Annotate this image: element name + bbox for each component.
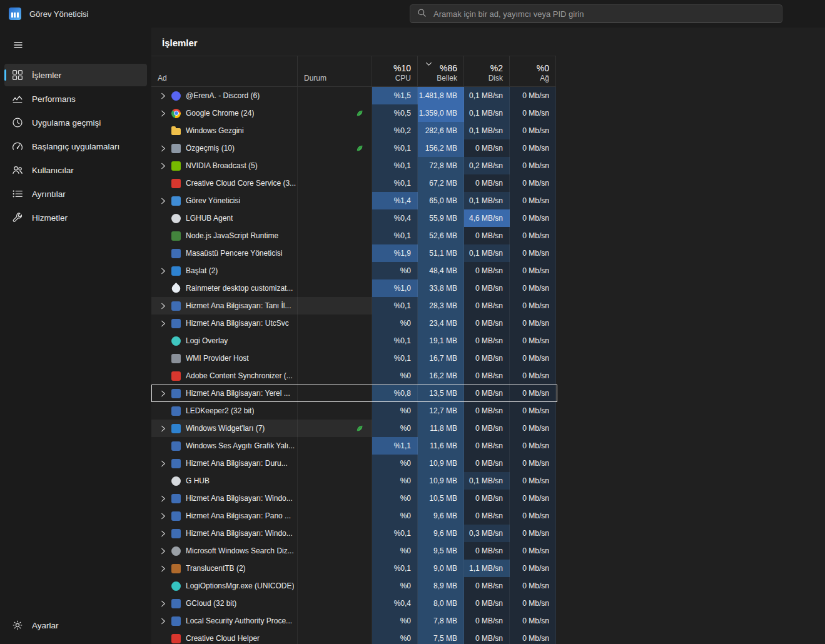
sidebar: İşlemler Performans Uygulama geçmişi Baş… xyxy=(0,28,151,644)
expand-chevron-icon[interactable] xyxy=(161,530,166,537)
sidebar-item-islemler[interactable]: İşlemler xyxy=(4,64,147,86)
sidebar-item-ayarlar[interactable]: Ayarlar xyxy=(4,614,147,636)
name-cell: Windows Widget'ları (7) xyxy=(151,420,298,437)
table-row[interactable]: Local Security Authority Proce... %0 7,8… xyxy=(151,612,825,630)
hamburger-menu-button[interactable] xyxy=(8,35,29,56)
table-row[interactable]: Windows Ses Aygıtı Grafik Yalı... %1,1 1… xyxy=(151,437,825,455)
memory-value: 11,6 MB xyxy=(418,437,464,455)
expand-chevron-icon[interactable] xyxy=(161,513,166,520)
expand-chevron-icon[interactable] xyxy=(161,145,166,152)
translucenttb-icon xyxy=(171,564,181,573)
sidebar-item-kullanicilar[interactable]: Kullanıcılar xyxy=(4,159,147,181)
expand-chevron-icon[interactable] xyxy=(161,390,166,397)
network-value: 0 Mb/sn xyxy=(510,420,556,437)
column-header-status[interactable]: Durum xyxy=(298,56,372,87)
table-row[interactable]: Adobe Content Synchronizer (... %0 16,2 … xyxy=(151,367,825,385)
expand-chevron-icon[interactable] xyxy=(161,565,166,572)
title-bar: Görev Yöneticisi xyxy=(0,0,825,28)
disk-value: 0 MB/sn xyxy=(464,139,510,157)
expand-chevron-icon[interactable] xyxy=(161,303,166,309)
eco-mode-leaf-icon xyxy=(355,144,364,153)
search-box[interactable] xyxy=(410,4,782,23)
sidebar-item-baslangic-uygulamalari[interactable]: Başlangıç uygulamaları xyxy=(4,135,147,158)
table-row[interactable]: GCloud (32 bit) %0,4 8,0 MB 0 MB/sn 0 Mb… xyxy=(151,595,825,612)
status-cell xyxy=(298,174,372,192)
table-row[interactable]: Windows Gezgini %0,2 282,6 MB 0,1 MB/sn … xyxy=(151,122,825,139)
creative-cloud-icon xyxy=(171,179,181,188)
table-row[interactable]: Hizmet Ana Bilgisayarı: Tanı İl... %0,1 … xyxy=(151,297,825,314)
sidebar-item-label: Kullanıcılar xyxy=(32,166,74,175)
disk-value: 0 MB/sn xyxy=(464,262,510,279)
table-row[interactable]: Rainmeter desktop customizat... %1,0 33,… xyxy=(151,279,825,297)
sidebar-item-performans[interactable]: Performans xyxy=(4,88,147,110)
expand-chevron-icon[interactable] xyxy=(161,320,166,327)
discord-icon xyxy=(171,91,181,101)
table-row[interactable]: Microsoft Windows Search Diz... %0 9,5 M… xyxy=(151,542,825,560)
network-value: 0 Mb/sn xyxy=(510,542,556,560)
table-row[interactable]: Hizmet Ana Bilgisayarı: Windo... %0,1 9,… xyxy=(151,525,825,542)
table-row[interactable]: LGHUB Agent %0,4 55,9 MB 4,6 MB/sn 0 Mb/… xyxy=(151,209,825,227)
table-row[interactable]: TranslucentTB (2) %0,1 9,0 MB 1,1 MB/sn … xyxy=(151,560,825,577)
table-row[interactable]: Hizmet Ana Bilgisayarı: Windo... %0 10,5… xyxy=(151,490,825,507)
table-row[interactable]: Hizmet Ana Bilgisayarı: Yerel ... %0,8 1… xyxy=(151,385,825,402)
table-row[interactable]: Masaüstü Pencere Yöneticisi %1,9 51,1 MB… xyxy=(151,244,825,262)
table-row[interactable]: Logi Overlay %0,1 19,1 MB 0 MB/sn 0 Mb/s… xyxy=(151,332,825,350)
expand-chevron-icon[interactable] xyxy=(161,198,166,204)
table-row[interactable]: Hizmet Ana Bilgisayarı: Duru... %0 10,9 … xyxy=(151,455,825,472)
column-label: Bellek xyxy=(437,74,457,83)
table-row[interactable]: Görev Yöneticisi %1,4 65,0 MB 0,1 MB/sn … xyxy=(151,192,825,209)
network-value: 0 Mb/sn xyxy=(510,244,556,262)
network-value: 0 Mb/sn xyxy=(510,332,556,350)
hamburger-icon xyxy=(13,40,23,52)
expand-chevron-icon[interactable] xyxy=(161,93,166,99)
table-row[interactable]: Hizmet Ana Bilgisayarı: UtcSvc %0 23,4 M… xyxy=(151,314,825,332)
memory-value: 16,7 MB xyxy=(418,350,464,367)
table-row[interactable]: Hizmet Ana Bilgisayarı: Pano ... %0 9,6 … xyxy=(151,507,825,525)
column-header-memory[interactable]: %86 Bellek xyxy=(418,56,464,87)
expand-chevron-icon[interactable] xyxy=(161,110,166,117)
table-row[interactable]: @ErenA. - Discord (6) %1,5 1.481,8 MB 0,… xyxy=(151,87,825,104)
table-row[interactable]: NVIDIA Broadcast (5) %0,1 72,8 MB 0,2 MB… xyxy=(151,157,825,174)
status-cell xyxy=(298,244,372,262)
disk-value: 4,6 MB/sn xyxy=(464,209,510,227)
table-row[interactable]: Özgeçmiş (10) %0,1 156,2 MB 0 MB/sn 0 Mb… xyxy=(151,139,825,157)
table-row[interactable]: Creative Cloud Helper %0 7,5 MB 0 MB/sn … xyxy=(151,630,825,644)
name-cell: Local Security Authority Proce... xyxy=(151,612,298,630)
table-row[interactable]: G HUB %0 10,9 MB 0,1 MB/sn 0 Mb/sn xyxy=(151,472,825,490)
row-filler xyxy=(556,630,825,644)
status-cell xyxy=(298,490,372,507)
expand-chevron-icon[interactable] xyxy=(161,548,166,555)
table-row[interactable]: LogiOptionsMgr.exe (UNICODE) %0 8,9 MB 0… xyxy=(151,577,825,595)
column-header-disk[interactable]: %2 Disk xyxy=(464,56,510,87)
expand-chevron-icon[interactable] xyxy=(161,495,166,502)
expand-chevron-icon[interactable] xyxy=(161,268,166,274)
sidebar-item-hizmetler[interactable]: Hizmetler xyxy=(4,206,147,229)
name-cell: Windows Gezgini xyxy=(151,122,298,139)
expand-chevron-icon[interactable] xyxy=(161,425,166,432)
table-row[interactable]: LEDKeeper2 (32 bit) %0 12,7 MB 0 MB/sn 0… xyxy=(151,402,825,420)
process-name: G HUB xyxy=(186,476,210,485)
memory-value: 48,4 MB xyxy=(418,262,464,279)
table-row[interactable]: WMI Provider Host %0,1 16,7 MB 0 MB/sn 0… xyxy=(151,350,825,367)
expand-chevron-icon[interactable] xyxy=(161,618,166,625)
table-row[interactable]: Windows Widget'ları (7) %0 11,8 MB 0 MB/… xyxy=(151,420,825,437)
column-header-network[interactable]: %0 Ağ xyxy=(510,56,556,87)
name-cell: Adobe Content Synchronizer (... xyxy=(151,367,298,385)
column-header-name[interactable]: Ad xyxy=(151,56,298,87)
expand-chevron-icon[interactable] xyxy=(161,163,166,169)
sidebar-item-label: Uygulama geçmişi xyxy=(32,118,101,128)
table-row[interactable]: Başlat (2) %0 48,4 MB 0 MB/sn 0 Mb/sn xyxy=(151,262,825,279)
table-row[interactable]: Node.js JavaScript Runtime %0,1 52,6 MB … xyxy=(151,227,825,244)
table-row[interactable]: Creative Cloud Core Service (3... %0,1 6… xyxy=(151,174,825,192)
expand-chevron-icon[interactable] xyxy=(161,460,166,467)
sidebar-item-uygulama-gecmisi[interactable]: Uygulama geçmişi xyxy=(4,111,147,134)
row-filler xyxy=(556,490,825,507)
column-header-cpu[interactable]: %10 CPU xyxy=(372,56,418,87)
sidebar-item-ayrintilar[interactable]: Ayrıntılar xyxy=(4,183,147,205)
search-input[interactable] xyxy=(432,9,775,19)
windows-search-icon xyxy=(171,546,181,556)
row-filler xyxy=(556,507,825,525)
table-row[interactable]: Google Chrome (24) %0,5 1.359,0 MB 0,1 M… xyxy=(151,104,825,122)
expand-chevron-icon[interactable] xyxy=(161,600,166,607)
network-value: 0 Mb/sn xyxy=(510,350,556,367)
